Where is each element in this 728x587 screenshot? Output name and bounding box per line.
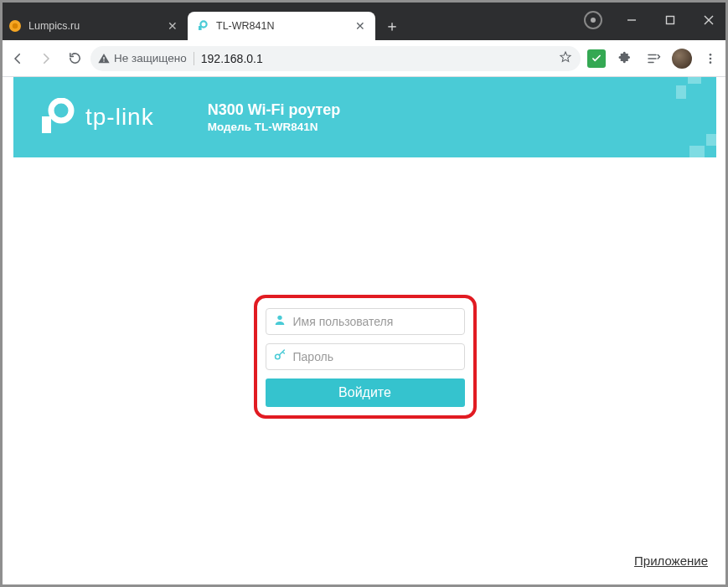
password-field-wrapper (266, 343, 465, 370)
username-input[interactable] (293, 315, 457, 328)
brand-block: tp-link (37, 98, 154, 136)
bookmark-star-icon[interactable] (559, 50, 574, 66)
window-maximize-button[interactable] (651, 0, 689, 40)
nav-reload-button[interactable] (62, 46, 87, 71)
password-input[interactable] (293, 350, 457, 363)
svg-point-11 (710, 57, 712, 59)
hero-subtitle: Модель TL-WR841N (208, 121, 341, 133)
page-content: tp-link N300 Wi-Fi роутер Модель TL-WR84… (13, 77, 716, 573)
hero-ornament-icon (676, 77, 701, 99)
svg-rect-18 (706, 134, 716, 146)
svg-point-13 (51, 100, 71, 121)
omnibox-separator (194, 52, 194, 65)
browser-titlebar: Lumpics.ru ✕ TL-WR841N ✕ ＋ (0, 0, 728, 40)
tab-tlwr841n[interactable]: TL-WR841N ✕ (188, 12, 375, 40)
security-status: Не защищено (97, 52, 187, 65)
svg-point-10 (710, 54, 712, 56)
window-minimize-button[interactable] (612, 0, 651, 40)
browser-menu-button[interactable] (698, 46, 723, 71)
svg-point-12 (710, 61, 712, 64)
brand-name: tp-link (85, 104, 154, 131)
warning-icon (97, 52, 111, 65)
model-block: N300 Wi-Fi роутер Модель TL-WR841N (208, 101, 341, 133)
app-link[interactable]: Приложение (634, 554, 708, 568)
extension-check-icon[interactable] (584, 46, 609, 71)
nav-forward-button[interactable] (34, 46, 59, 71)
tab-label: Lumpics.ru (28, 20, 159, 32)
favicon-tplink (196, 19, 209, 33)
login-button[interactable]: Войдите (266, 378, 465, 407)
omnibox-url: 192.168.0.1 (201, 52, 552, 65)
svg-rect-5 (667, 17, 674, 24)
media-control-icon[interactable] (584, 11, 602, 29)
svg-rect-9 (103, 60, 104, 61)
svg-rect-15 (688, 77, 701, 84)
username-field-wrapper (266, 308, 465, 335)
close-icon[interactable]: ✕ (166, 19, 179, 33)
key-icon (273, 348, 287, 365)
tab-lumpics[interactable]: Lumpics.ru ✕ (0, 12, 188, 40)
svg-rect-17 (689, 146, 705, 157)
nav-back-button[interactable] (5, 46, 30, 71)
extensions-puzzle-icon[interactable] (612, 46, 638, 71)
security-label: Не защищено (114, 52, 187, 64)
tplink-logo-icon (37, 98, 75, 136)
tab-label: TL-WR841N (216, 20, 347, 32)
browser-toolbar: Не защищено 192.168.0.1 (0, 40, 728, 77)
user-icon (273, 313, 287, 330)
new-tab-button[interactable]: ＋ (380, 14, 404, 38)
hero-title: N300 Wi-Fi роутер (208, 101, 341, 119)
svg-point-19 (277, 316, 281, 320)
svg-rect-8 (103, 57, 104, 59)
window-close-button[interactable] (689, 0, 728, 40)
favicon-lumpics (8, 19, 22, 33)
svg-point-1 (13, 23, 18, 28)
hero-ornament-icon (689, 134, 716, 157)
login-form: Войдите (254, 295, 477, 419)
svg-rect-3 (199, 26, 202, 30)
hero-banner: tp-link N300 Wi-Fi роутер Модель TL-WR84… (13, 77, 716, 157)
profile-avatar[interactable] (669, 46, 694, 71)
reading-list-icon[interactable] (641, 46, 666, 71)
svg-rect-16 (676, 85, 686, 99)
close-icon[interactable]: ✕ (354, 19, 367, 33)
svg-rect-14 (42, 116, 51, 133)
omnibox[interactable]: Не защищено 192.168.0.1 (90, 46, 581, 71)
